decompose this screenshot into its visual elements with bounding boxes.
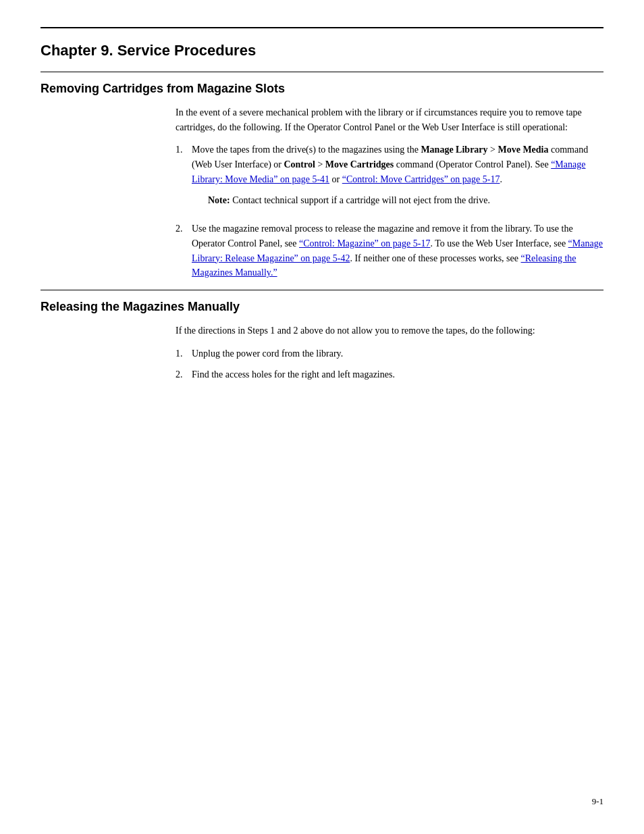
list-content: Use the magazine removal process to rele… xyxy=(192,221,603,280)
section-2-top-rule xyxy=(41,290,603,290)
list-content: Find the access holes for the right and … xyxy=(192,367,603,382)
removing-cartridges-list: 1. Move the tapes from the drive(s) to t… xyxy=(176,142,603,280)
page-number: 9-1 xyxy=(592,796,603,807)
bold-text: Control xyxy=(284,159,315,170)
page: Chapter 9. Service Procedures Removing C… xyxy=(0,0,644,834)
link-control-magazine[interactable]: “Control: Magazine” on page 5-17 xyxy=(299,238,430,249)
section-1-top-rule xyxy=(41,72,603,72)
releasing-magazines-list: 1. Unplug the power cord from the librar… xyxy=(176,346,603,382)
link-control-move-cartridges[interactable]: “Control: Move Cartridges” on page 5-17 xyxy=(342,174,500,184)
list-number: 1. xyxy=(176,346,192,361)
list-number: 2. xyxy=(176,221,192,236)
list-item: 1. Unplug the power cord from the librar… xyxy=(176,346,603,361)
note-label: Note: xyxy=(208,195,230,205)
chapter-title: Chapter 9. Service Procedures xyxy=(41,42,603,59)
list-item: 2. Use the magazine removal process to r… xyxy=(176,221,603,280)
list-item: 2. Find the access holes for the right a… xyxy=(176,367,603,382)
list-content: Move the tapes from the drive(s) to the … xyxy=(192,142,603,215)
list-content: Unplug the power cord from the library. xyxy=(192,346,603,361)
top-rule xyxy=(41,27,603,28)
list-item: 1. Move the tapes from the drive(s) to t… xyxy=(176,142,603,215)
releasing-magazines-intro: If the directions in Steps 1 and 2 above… xyxy=(176,323,603,338)
bold-text: Move Cartridges xyxy=(325,159,394,170)
section-removing-cartridges-title: Removing Cartridges from Magazine Slots xyxy=(41,82,603,96)
section-releasing-magazines-content: If the directions in Steps 1 and 2 above… xyxy=(176,323,603,382)
bold-text: Manage Library xyxy=(421,145,487,155)
section-removing-cartridges-content: In the event of a severe mechanical prob… xyxy=(176,105,603,280)
list-number: 2. xyxy=(176,367,192,382)
bold-text: Move Media xyxy=(498,145,548,155)
removing-cartridges-intro: In the event of a severe mechanical prob… xyxy=(176,105,603,134)
list-number: 1. xyxy=(176,142,192,157)
note-block: Note: Contact technical support if a car… xyxy=(208,193,603,208)
section-releasing-magazines-title: Releasing the Magazines Manually xyxy=(41,300,603,314)
